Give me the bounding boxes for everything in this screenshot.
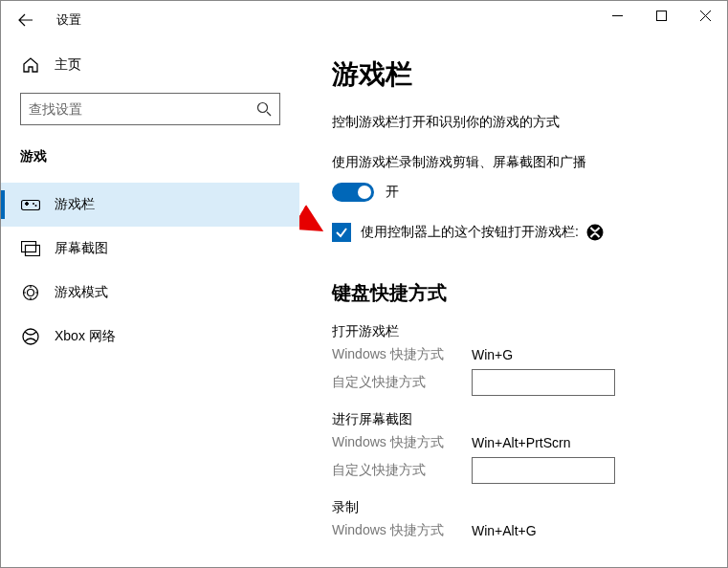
svg-rect-4 — [26, 202, 28, 206]
shortcut-group-open: 打开游戏栏 Windows 快捷方式 Win+G 自定义快捷方式 — [332, 323, 698, 396]
shortcut-windows-value: Win+Alt+G — [472, 523, 537, 538]
svg-rect-0 — [656, 11, 666, 20]
home-icon — [20, 56, 41, 74]
shortcut-group-screenshot: 进行屏幕截图 Windows 快捷方式 Win+Alt+PrtScrn 自定义快… — [332, 411, 698, 484]
svg-point-12 — [586, 225, 603, 241]
nav-item-label: 游戏模式 — [55, 284, 108, 301]
shortcut-windows-label: Windows 快捷方式 — [332, 434, 472, 451]
nav-item-gamebar[interactable]: 游戏栏 — [1, 183, 299, 227]
minimize-button[interactable] — [595, 1, 639, 30]
nav-item-xbox[interactable]: Xbox 网络 — [1, 315, 299, 359]
svg-rect-8 — [26, 246, 40, 256]
gamebar-toggle[interactable] — [332, 183, 374, 202]
minimize-icon — [612, 11, 623, 21]
svg-point-11 — [23, 329, 38, 344]
shortcut-windows-label: Windows 快捷方式 — [332, 346, 472, 363]
shortcuts-title: 键盘快捷方式 — [332, 280, 698, 306]
maximize-icon — [656, 11, 667, 21]
svg-point-6 — [35, 205, 37, 207]
search-icon — [256, 101, 272, 117]
shortcut-group-title: 录制 — [332, 499, 698, 516]
xbox-guide-icon — [586, 224, 604, 241]
page-title: 游戏栏 — [332, 56, 698, 93]
sidebar: 主页 游戏 游戏栏 屏幕截图 — [1, 39, 299, 567]
svg-rect-7 — [22, 242, 36, 252]
xbox-network-icon — [20, 328, 41, 345]
annotation-arrow — [299, 142, 328, 248]
svg-point-10 — [28, 290, 34, 296]
toggle-description: 使用游戏栏录制游戏剪辑、屏幕截图和广播 — [332, 154, 698, 171]
shortcut-group-title: 打开游戏栏 — [332, 323, 698, 340]
toggle-knob — [358, 186, 371, 199]
close-button[interactable] — [683, 1, 727, 30]
shortcut-custom-input[interactable] — [472, 457, 615, 484]
search-input[interactable] — [29, 101, 256, 117]
controller-checkbox[interactable] — [332, 223, 351, 242]
toggle-state-label: 开 — [386, 184, 399, 201]
gamebar-icon — [20, 197, 41, 212]
shortcut-windows-label: Windows 快捷方式 — [332, 522, 472, 539]
window-title: 设置 — [56, 11, 81, 29]
nav-item-label: 游戏栏 — [55, 196, 95, 213]
nav-item-gamemode[interactable]: 游戏模式 — [1, 271, 299, 315]
window-controls — [595, 1, 727, 30]
home-label: 主页 — [55, 56, 81, 74]
shortcut-custom-label: 自定义快捷方式 — [332, 462, 472, 479]
shortcut-group-title: 进行屏幕截图 — [332, 411, 698, 428]
back-arrow-icon — [18, 12, 33, 28]
main-panel: 游戏栏 控制游戏栏打开和识别你的游戏的方式 使用游戏栏录制游戏剪辑、屏幕截图和广… — [299, 39, 727, 567]
titlebar: 设置 — [1, 1, 727, 39]
maximize-button[interactable] — [639, 1, 683, 30]
nav-item-label: 屏幕截图 — [55, 240, 108, 257]
nav-item-label: Xbox 网络 — [55, 328, 116, 345]
gamemode-icon — [20, 284, 41, 301]
check-icon — [335, 226, 348, 239]
shortcut-group-record: 录制 Windows 快捷方式 Win+Alt+G — [332, 499, 698, 539]
close-icon — [700, 11, 711, 21]
checkbox-label: 使用控制器上的这个按钮打开游戏栏: — [361, 224, 579, 241]
shortcut-custom-input[interactable] — [472, 369, 615, 396]
category-header: 游戏 — [20, 148, 299, 165]
nav-item-capture[interactable]: 屏幕截图 — [1, 227, 299, 271]
back-button[interactable] — [7, 1, 45, 39]
svg-point-5 — [33, 203, 34, 205]
svg-rect-2 — [22, 201, 40, 210]
shortcut-custom-label: 自定义快捷方式 — [332, 374, 472, 391]
shortcut-windows-value: Win+Alt+PrtScrn — [472, 435, 570, 450]
svg-point-1 — [258, 103, 268, 113]
page-description: 控制游戏栏打开和识别你的游戏的方式 — [332, 114, 698, 131]
shortcut-windows-value: Win+G — [472, 347, 513, 362]
home-link[interactable]: 主页 — [20, 56, 299, 74]
search-box[interactable] — [20, 93, 280, 125]
capture-icon — [20, 241, 41, 256]
